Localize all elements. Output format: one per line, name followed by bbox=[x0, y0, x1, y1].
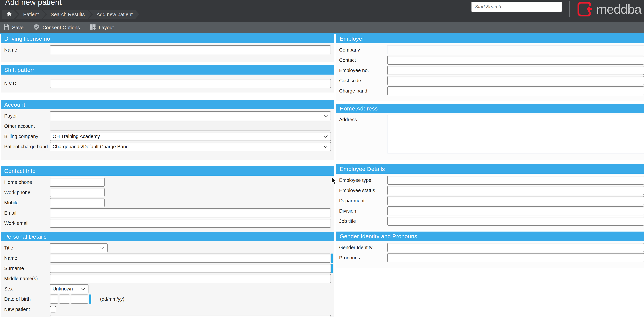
mobile-input[interactable] bbox=[50, 198, 104, 207]
breadcrumb-item-search-results[interactable]: Search Results bbox=[42, 10, 91, 19]
meddbase-logo: meddba bbox=[578, 1, 642, 17]
dob-format-hint: (dd/mm/yy) bbox=[100, 296, 124, 302]
dob-day-input[interactable] bbox=[50, 294, 58, 304]
field-label: Charge band bbox=[336, 88, 387, 94]
address-textarea[interactable] bbox=[387, 115, 644, 154]
field-label: Gender Identity bbox=[336, 245, 387, 250]
breadcrumb-home[interactable] bbox=[2, 10, 18, 19]
field-label: Surname bbox=[1, 266, 50, 271]
layout-label: Layout bbox=[99, 25, 114, 30]
form-row: Work phone bbox=[1, 188, 334, 197]
page-title: Add new patient bbox=[5, 0, 62, 7]
n-v-d-input[interactable] bbox=[50, 79, 331, 88]
field-label: Work email bbox=[1, 220, 50, 226]
employee-no-input[interactable] bbox=[387, 66, 644, 75]
section-header-driving-license-no: Driving license no bbox=[1, 34, 334, 43]
form-row: Middle name(s) bbox=[1, 274, 334, 283]
required-indicator bbox=[331, 264, 333, 273]
layout-button[interactable]: Layout bbox=[89, 24, 114, 32]
field-label: Home phone bbox=[1, 180, 50, 185]
form-row: Employee no. bbox=[336, 66, 644, 75]
status-select[interactable]: Active bbox=[50, 315, 331, 317]
form-row: Job title bbox=[336, 216, 644, 226]
job-title-input[interactable] bbox=[387, 216, 644, 226]
department-input[interactable] bbox=[387, 196, 644, 205]
cost-code-input[interactable] bbox=[387, 76, 644, 85]
division-input[interactable] bbox=[387, 206, 644, 216]
first-name-input[interactable] bbox=[50, 254, 331, 262]
left-column: Driving license no Name Shift pattern N … bbox=[1, 34, 334, 317]
form-row: Pronouns bbox=[336, 253, 644, 262]
section-shift-pattern: Shift pattern N v D bbox=[1, 65, 334, 92]
field-label: Division bbox=[336, 208, 387, 214]
charge-band-input[interactable] bbox=[387, 86, 644, 95]
section-header-employee-details: Employee Details bbox=[336, 164, 644, 174]
employee-status-input[interactable] bbox=[387, 186, 644, 195]
form-row: Address bbox=[336, 115, 644, 154]
field-label: Department bbox=[336, 198, 387, 204]
section-employer: Employer Company Contact Employee no. Co… bbox=[336, 34, 644, 101]
home-phone-input[interactable] bbox=[50, 178, 104, 187]
work-phone-input[interactable] bbox=[50, 188, 104, 197]
section-header-home-address: Home Address bbox=[336, 104, 644, 113]
field-label: Pronouns bbox=[336, 255, 387, 260]
new-patient-checkbox[interactable] bbox=[50, 306, 56, 312]
form-row: Billing company OH Training Academy bbox=[1, 132, 334, 141]
driving-license-name-input[interactable] bbox=[50, 45, 331, 54]
header-divider bbox=[570, 1, 570, 17]
required-indicator bbox=[89, 294, 91, 304]
consent-options-button[interactable]: Consent Options bbox=[33, 24, 80, 32]
field-label: Billing company bbox=[1, 134, 50, 139]
logo-text: meddba bbox=[596, 2, 642, 16]
field-label: Address bbox=[336, 115, 387, 122]
field-label: Employee type bbox=[336, 178, 387, 183]
employer-contact-input[interactable] bbox=[387, 56, 644, 65]
field-label: Employee status bbox=[336, 188, 387, 193]
layout-grid-icon bbox=[89, 24, 99, 32]
required-indicator bbox=[331, 254, 333, 262]
pronouns-input[interactable] bbox=[387, 253, 644, 262]
plus-icon bbox=[586, 6, 592, 12]
middle-names-input[interactable] bbox=[50, 274, 331, 283]
sex-select-value: Unknown bbox=[52, 286, 73, 292]
payer-select[interactable] bbox=[50, 111, 331, 120]
field-label: Patient charge band bbox=[1, 144, 50, 150]
billing-company-select[interactable]: OH Training Academy bbox=[50, 132, 331, 141]
field-label: Job title bbox=[336, 218, 387, 224]
breadcrumb-item-add-new-patient[interactable]: Add new patient bbox=[88, 10, 139, 19]
sex-select[interactable]: Unknown bbox=[50, 284, 88, 293]
title-select[interactable] bbox=[50, 243, 108, 252]
field-label: Name bbox=[1, 256, 50, 261]
app-header: Add new patient meddba Patient Search Re… bbox=[0, 0, 644, 22]
section-driving-license-no: Driving license no Name bbox=[1, 34, 334, 62]
section-account: Account Payer Other account Billing comp… bbox=[1, 100, 334, 160]
gender-identity-input[interactable] bbox=[387, 243, 644, 252]
form-row: Sex Unknown bbox=[1, 284, 334, 293]
email-input[interactable] bbox=[50, 208, 331, 218]
form-row: Mobile bbox=[1, 198, 334, 207]
employee-type-input[interactable] bbox=[387, 176, 644, 185]
dob-year-input[interactable] bbox=[71, 294, 88, 304]
form-row: Patient charge band Chargebands/Default … bbox=[1, 142, 334, 151]
section-contact-info: Contact Info Home phone Work phone Mobil… bbox=[1, 166, 334, 232]
save-icon bbox=[3, 24, 12, 32]
field-label: Title bbox=[1, 245, 50, 251]
search-input[interactable] bbox=[472, 2, 562, 12]
form-row: Name bbox=[1, 45, 334, 54]
form-row: Surname bbox=[1, 264, 334, 273]
dob-month-input[interactable] bbox=[59, 294, 70, 304]
surname-input[interactable] bbox=[50, 264, 331, 273]
billing-company-select-value: OH Training Academy bbox=[52, 134, 100, 139]
save-button[interactable]: Save bbox=[3, 24, 24, 32]
form-row: Company bbox=[336, 45, 644, 54]
form-row: Title bbox=[1, 243, 334, 252]
work-email-input[interactable] bbox=[50, 218, 331, 228]
consent-options-label: Consent Options bbox=[42, 25, 80, 30]
section-personal-details: Personal Details Title Name Surname bbox=[1, 232, 334, 317]
breadcrumb-item-patient[interactable]: Patient bbox=[15, 10, 46, 19]
field-label: Company bbox=[336, 47, 387, 53]
field-label: Other account bbox=[1, 124, 50, 129]
shield-check-icon bbox=[33, 24, 42, 32]
patient-charge-band-select[interactable]: Chargebands/Default Charge Band bbox=[50, 142, 331, 151]
field-label: Date of birth bbox=[1, 296, 50, 302]
